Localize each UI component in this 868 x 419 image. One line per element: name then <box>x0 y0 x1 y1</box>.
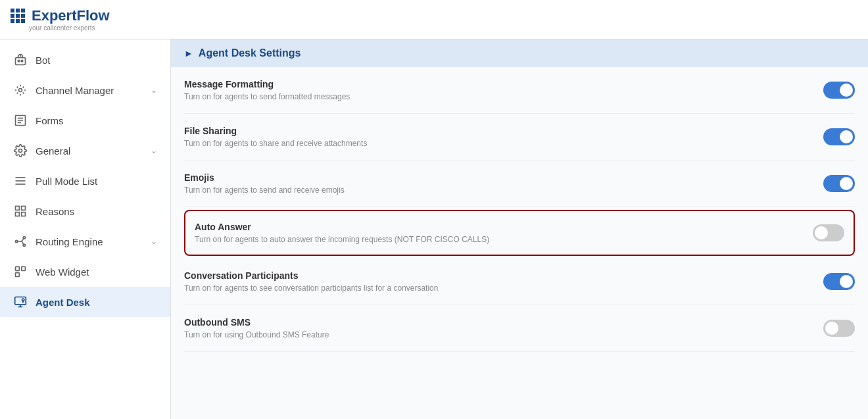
setting-desc-outbound-sms: Turn on for using Outbound SMS Feature <box>184 330 823 339</box>
logo-subtitle: your callcenter experts <box>29 24 110 32</box>
svg-point-5 <box>19 149 22 153</box>
reasons-icon <box>13 204 28 218</box>
setting-row-file-sharing: File SharingTurn on for agents to share … <box>184 114 855 160</box>
setting-label-message-formatting: Message Formatting <box>184 79 823 89</box>
sidebar-item-pull-mode-list[interactable]: Pull Mode List <box>0 166 170 196</box>
setting-desc-emojis: Turn on for agents to send and receive e… <box>184 185 823 195</box>
setting-label-auto-answer: Auto Answer <box>195 222 813 232</box>
svg-rect-18 <box>16 273 20 277</box>
sidebar-item-pull-mode-list-label: Pull Mode List <box>36 176 157 187</box>
toggle-file-sharing[interactable] <box>823 128 855 145</box>
logo-grid-icon <box>11 9 25 23</box>
settings-list: Message FormattingTurn on for agents to … <box>171 67 868 352</box>
setting-info-auto-answer: Auto AnswerTurn on for agents to auto an… <box>195 222 813 244</box>
sidebar-item-general[interactable]: General ⌄ <box>0 136 170 166</box>
agent-desk-icon <box>13 295 28 309</box>
toggle-outbound-sms[interactable] <box>823 320 855 337</box>
sidebar-item-forms[interactable]: Forms <box>0 105 170 136</box>
svg-point-15 <box>23 244 25 246</box>
setting-desc-conversation-participants: Turn on for agents to see conversation p… <box>184 283 823 293</box>
sidebar-item-routing-engine-label: Routing Engine <box>36 236 143 247</box>
svg-rect-9 <box>16 207 20 210</box>
setting-info-emojis: EmojisTurn on for agents to send and rec… <box>184 172 823 195</box>
svg-rect-17 <box>22 267 26 271</box>
svg-rect-11 <box>16 212 20 216</box>
sidebar-item-reasons-label: Reasons <box>36 206 157 217</box>
toggle-emojis[interactable] <box>823 175 855 192</box>
setting-desc-auto-answer: Turn on for agents to auto answer the in… <box>195 235 813 244</box>
setting-desc-message-formatting: Turn on for agents to send formatted mes… <box>184 92 823 101</box>
routing-engine-icon <box>13 234 28 249</box>
sidebar-item-agent-desk[interactable]: Agent Desk <box>0 287 170 317</box>
logo-title: ExpertFlow <box>11 7 110 24</box>
svg-rect-10 <box>22 207 26 210</box>
section-header: ► Agent Desk Settings <box>171 39 868 67</box>
toggle-slider-conversation-participants <box>823 273 855 290</box>
svg-point-2 <box>21 60 23 62</box>
sidebar-item-channel-manager-label: Channel Manager <box>36 85 143 96</box>
setting-row-conversation-participants: Conversation ParticipantsTurn on for age… <box>184 259 855 305</box>
section-arrow-icon: ► <box>184 48 193 59</box>
svg-rect-16 <box>16 267 20 271</box>
svg-rect-0 <box>16 58 26 65</box>
setting-row-message-formatting: Message FormattingTurn on for agents to … <box>184 67 855 114</box>
routing-engine-chevron-icon: ⌄ <box>151 237 157 246</box>
svg-point-20 <box>22 299 24 301</box>
toggle-auto-answer[interactable] <box>813 224 844 241</box>
app-header: ExpertFlow your callcenter experts <box>0 0 868 39</box>
toggle-slider-outbound-sms <box>823 320 855 337</box>
svg-point-13 <box>16 240 18 242</box>
general-icon <box>13 143 28 158</box>
sidebar-item-routing-engine[interactable]: Routing Engine ⌄ <box>0 226 170 257</box>
sidebar-item-channel-manager[interactable]: Channel Manager ⌄ <box>0 75 170 105</box>
sidebar-item-bot-label: Bot <box>36 55 157 66</box>
setting-row-outbound-sms: Outbound SMSTurn on for using Outbound S… <box>184 305 855 352</box>
toggle-slider-emojis <box>823 175 855 192</box>
sidebar: Bot Channel Manager ⌄ Forms General ⌄ <box>0 39 171 419</box>
setting-info-file-sharing: File SharingTurn on for agents to share … <box>184 126 823 148</box>
setting-desc-file-sharing: Turn on for agents to share and receive … <box>184 139 823 148</box>
web-widget-icon <box>13 264 28 279</box>
toggle-slider-message-formatting <box>823 82 855 99</box>
toggle-conversation-participants[interactable] <box>823 273 855 290</box>
bot-icon <box>13 53 28 67</box>
general-chevron-icon: ⌄ <box>151 146 157 155</box>
pull-mode-list-icon <box>13 174 28 188</box>
sidebar-item-reasons[interactable]: Reasons <box>0 196 170 226</box>
svg-rect-12 <box>22 212 26 216</box>
toggle-message-formatting[interactable] <box>823 82 855 99</box>
setting-label-conversation-participants: Conversation Participants <box>184 270 823 281</box>
sidebar-item-forms-label: Forms <box>36 115 157 126</box>
forms-icon <box>13 113 28 128</box>
sidebar-item-agent-desk-label: Agent Desk <box>36 297 157 308</box>
setting-label-outbound-sms: Outbound SMS <box>184 317 823 328</box>
sidebar-item-bot[interactable]: Bot <box>0 45 170 75</box>
setting-label-file-sharing: File Sharing <box>184 126 823 136</box>
svg-point-1 <box>18 60 20 62</box>
toggle-slider-file-sharing <box>823 128 855 145</box>
setting-info-outbound-sms: Outbound SMSTurn on for using Outbound S… <box>184 317 823 339</box>
setting-row-emojis: EmojisTurn on for agents to send and rec… <box>184 160 855 207</box>
setting-info-message-formatting: Message FormattingTurn on for agents to … <box>184 79 823 101</box>
content-area: ► Agent Desk Settings Message Formatting… <box>171 39 868 419</box>
svg-point-14 <box>23 237 25 239</box>
toggle-slider-auto-answer <box>813 224 844 241</box>
sidebar-item-web-widget-label: Web Widget <box>36 266 157 278</box>
section-title: Agent Desk Settings <box>199 47 301 59</box>
setting-info-conversation-participants: Conversation ParticipantsTurn on for age… <box>184 270 823 293</box>
setting-row-auto-answer: Auto AnswerTurn on for agents to auto an… <box>184 210 855 256</box>
sidebar-item-web-widget[interactable]: Web Widget <box>0 257 170 287</box>
logo: ExpertFlow your callcenter experts <box>11 7 110 32</box>
main-area: Bot Channel Manager ⌄ Forms General ⌄ <box>0 39 868 419</box>
channel-manager-chevron-icon: ⌄ <box>151 86 157 95</box>
svg-point-3 <box>19 89 22 92</box>
sidebar-item-general-label: General <box>36 145 143 157</box>
setting-label-emojis: Emojis <box>184 172 823 183</box>
channel-manager-icon <box>13 83 28 97</box>
